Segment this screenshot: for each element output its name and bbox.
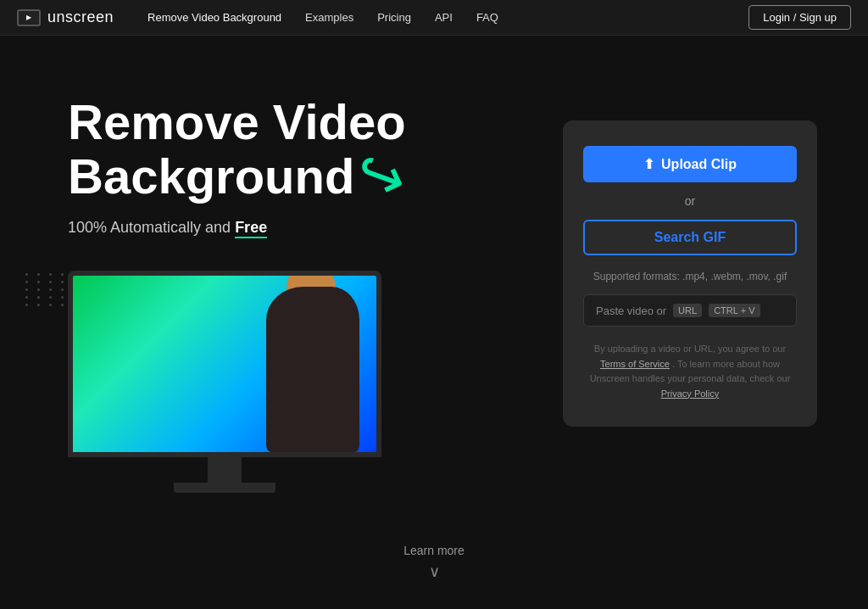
nav-faq[interactable]: FAQ <box>476 11 498 24</box>
hero-title-line1: Remove Video <box>68 94 406 149</box>
logo-icon <box>17 9 41 26</box>
url-badge: URL <box>673 304 702 317</box>
ctrl-v-badge: CTRL + V <box>709 304 760 317</box>
hero-subtitle: 100% Automatically and Free <box>68 219 512 237</box>
brand-name: unscreen <box>47 8 114 26</box>
monitor-stand-base <box>174 483 275 493</box>
learn-more-label[interactable]: Learn more <box>403 544 465 557</box>
learn-more-section: Learn more ∨ <box>0 527 868 606</box>
upload-card: ⬆ Upload Clip or Search GIF Supported fo… <box>563 120 817 427</box>
ctrl-label: CTRL <box>714 305 738 316</box>
paste-placeholder: Paste video or <box>596 304 666 317</box>
or-divider: or <box>685 194 695 208</box>
monitor-screen <box>68 271 381 457</box>
logo-link[interactable]: unscreen <box>17 8 114 26</box>
terms-text: By uploading a video or URL, you agree t… <box>583 342 797 401</box>
privacy-policy-link[interactable]: Privacy Policy <box>661 388 719 399</box>
nav-links: Remove Video Background Examples Pricing… <box>147 11 748 24</box>
plus-sign: + <box>741 305 746 316</box>
person-body <box>266 287 359 452</box>
search-gif-button[interactable]: Search GIF <box>583 220 797 255</box>
monitor-wrapper <box>68 271 381 493</box>
navbar: unscreen Remove Video Background Example… <box>0 0 868 36</box>
upload-clip-label: Upload Clip <box>661 157 737 172</box>
upload-icon: ⬆ <box>643 156 654 172</box>
subtitle-prefix: 100% Automatically and <box>68 219 235 236</box>
hero-left: Remove Video Background 100% Automatical… <box>68 87 512 493</box>
terms-prefix: By uploading a video or URL, you agree t… <box>594 344 786 354</box>
hero-section: Remove Video Background 100% Automatical… <box>0 36 868 527</box>
nav-remove-bg[interactable]: Remove Video Background <box>147 11 281 24</box>
nav-examples[interactable]: Examples <box>305 11 353 24</box>
nav-api[interactable]: API <box>435 11 453 24</box>
upload-clip-button[interactable]: ⬆ Upload Clip <box>583 146 797 182</box>
supported-formats-text: Supported formats: .mp4, .webm, .mov, .g… <box>593 271 787 282</box>
v-label: V <box>748 305 754 316</box>
monitor-screen-inner <box>73 276 376 452</box>
paste-area[interactable]: Paste video or URL CTRL + V <box>583 294 797 327</box>
monitor-stand-neck <box>208 457 242 483</box>
terms-of-service-link[interactable]: Terms of Service <box>600 359 670 369</box>
hero-right: ⬆ Upload Clip or Search GIF Supported fo… <box>563 120 817 427</box>
hero-title: Remove Video Background <box>68 95 512 204</box>
hero-title-line2: Background <box>68 148 354 204</box>
subtitle-free: Free <box>235 219 267 238</box>
nav-pricing[interactable]: Pricing <box>377 11 411 24</box>
goodbye-section: Goodbye Greenscreen <box>0 606 868 609</box>
chevron-down-icon[interactable]: ∨ <box>429 562 440 581</box>
login-button[interactable]: Login / Sign up <box>748 5 851 30</box>
